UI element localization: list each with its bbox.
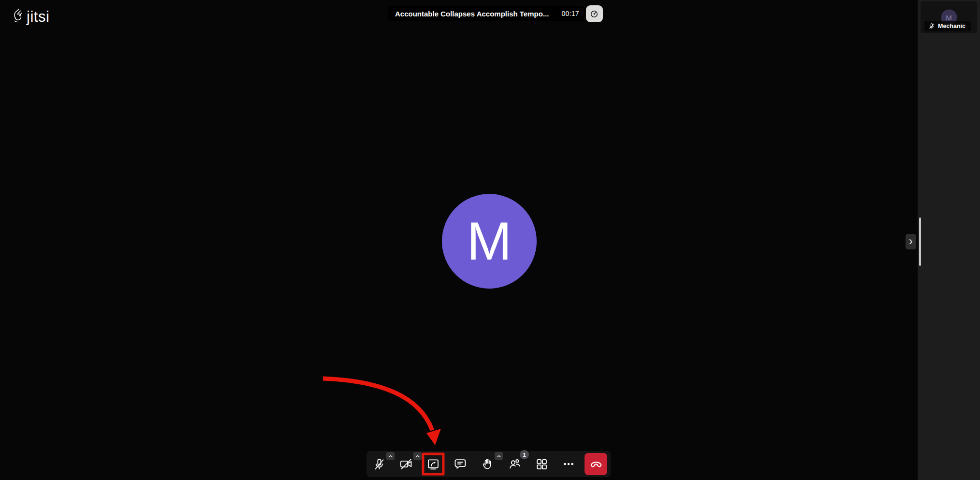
hangup-button[interactable] [585, 453, 607, 475]
conference-info-bar: Accountable Collapses Accomplish Tempo..… [388, 5, 603, 22]
jitsi-logo[interactable]: jitsi [11, 8, 49, 25]
microphone-muted-icon [373, 458, 386, 471]
reactions-arrow-button[interactable] [495, 452, 503, 460]
filmstrip-panel: M Mechanic [918, 0, 980, 480]
participants-count-badge: 1 [520, 450, 529, 459]
avatar: M [442, 194, 537, 289]
filmstrip-scrollbar[interactable] [919, 218, 921, 266]
mute-microphone-button[interactable] [368, 453, 390, 475]
jitsi-hand-icon [11, 8, 24, 25]
camera-button[interactable] [395, 453, 417, 475]
toolbox: 1 [366, 451, 611, 477]
screen-share-button[interactable] [422, 453, 444, 475]
raise-hand-icon [481, 458, 494, 471]
chat-button[interactable] [449, 453, 471, 475]
tile-view-icon [535, 458, 548, 471]
meeting-title: Accountable Collapses Accomplish Tempo..… [395, 10, 549, 18]
chevron-right-icon [907, 238, 915, 246]
raise-hand-button[interactable] [476, 453, 498, 475]
audio-settings-arrow-button[interactable] [386, 452, 395, 460]
video-settings-arrow-button[interactable] [413, 452, 422, 460]
meeting-timer: 00:17 [561, 10, 579, 17]
microphone-muted-icon [928, 23, 935, 29]
participant-name: Mechanic [938, 23, 965, 29]
avatar-initial: M [467, 214, 512, 268]
participant-name-badge: Mechanic [924, 21, 971, 31]
more-options-icon [562, 458, 575, 470]
chat-icon [453, 457, 467, 471]
logo-wordmark: jitsi [27, 9, 49, 24]
speedometer-icon [589, 9, 599, 19]
hangup-icon [589, 457, 603, 471]
performance-settings-button[interactable] [586, 5, 603, 22]
participants-button[interactable]: 1 [503, 453, 526, 475]
subject-pill: Accountable Collapses Accomplish Tempo..… [388, 6, 585, 21]
screen-share-icon [426, 457, 440, 471]
filmstrip-toggle-button[interactable] [906, 234, 916, 249]
participant-thumbnail[interactable]: M Mechanic [921, 1, 977, 33]
camera-muted-icon [399, 457, 413, 471]
participants-icon [508, 457, 521, 471]
avatar-initial: M [946, 13, 952, 21]
jitsi-meeting-window: jitsi Accountable Collapses Accomplish T… [0, 0, 980, 480]
more-options-button[interactable] [557, 453, 580, 475]
tile-view-button[interactable] [530, 453, 553, 475]
